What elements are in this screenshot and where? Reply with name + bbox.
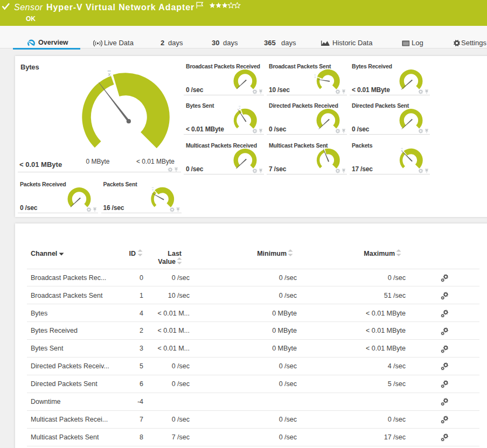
svg-text:x: x: [108, 71, 110, 76]
svg-text:x: x: [239, 106, 241, 109]
svg-text:x: x: [401, 149, 403, 152]
svg-text:x: x: [314, 75, 316, 78]
svg-text:x: x: [152, 188, 154, 191]
